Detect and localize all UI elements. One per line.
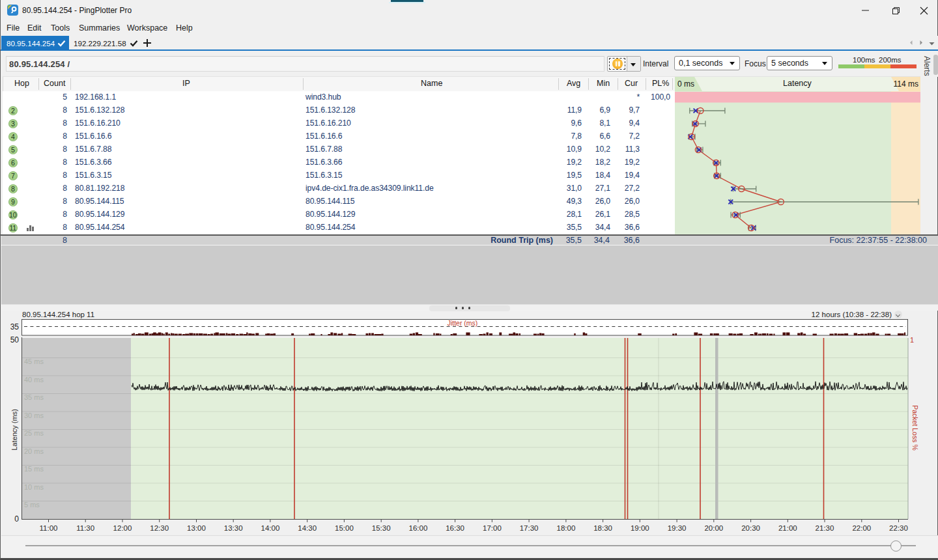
svg-text:18:30: 18:30: [593, 524, 612, 532]
svg-text:40 ms: 40 ms: [24, 376, 44, 384]
svg-text:19:30: 19:30: [668, 524, 687, 532]
svg-text:15:30: 15:30: [372, 524, 391, 532]
svg-text:45 ms: 45 ms: [24, 357, 44, 365]
svg-text:17:00: 17:00: [483, 524, 502, 532]
svg-text:15 ms: 15 ms: [24, 465, 44, 473]
svg-text:19:00: 19:00: [631, 524, 649, 532]
svg-text:17:30: 17:30: [520, 524, 539, 532]
svg-text:50: 50: [10, 335, 20, 344]
svg-text:12:30: 12:30: [150, 524, 169, 532]
svg-text:13:30: 13:30: [224, 524, 243, 532]
svg-text:18:00: 18:00: [557, 524, 576, 532]
svg-text:14:00: 14:00: [261, 524, 280, 532]
svg-text:Latency (ms): Latency (ms): [10, 409, 18, 451]
svg-text:0: 0: [14, 514, 19, 524]
svg-text:30 ms: 30 ms: [24, 412, 44, 419]
svg-text:14:30: 14:30: [298, 524, 317, 532]
svg-text:10 ms: 10 ms: [24, 483, 44, 491]
svg-text:20 ms: 20 ms: [24, 447, 44, 455]
svg-text:1: 1: [910, 336, 914, 344]
svg-text:5 ms: 5 ms: [24, 501, 40, 509]
svg-text:21:30: 21:30: [816, 524, 834, 532]
svg-text:20:30: 20:30: [741, 524, 760, 532]
svg-text:12:00: 12:00: [113, 524, 132, 532]
svg-text:15:00: 15:00: [335, 524, 354, 532]
svg-text:21:00: 21:00: [778, 524, 797, 532]
svg-text:22:30: 22:30: [889, 524, 908, 532]
svg-text:35: 35: [10, 322, 20, 331]
svg-text:35 ms: 35 ms: [24, 393, 44, 401]
svg-text:Jitter (ms): Jitter (ms): [448, 319, 478, 327]
svg-text:16:30: 16:30: [446, 524, 464, 532]
svg-text:22:00: 22:00: [852, 524, 871, 532]
svg-text:11:00: 11:00: [40, 524, 58, 532]
svg-text:16:00: 16:00: [409, 524, 428, 532]
svg-text:25 ms: 25 ms: [24, 429, 44, 437]
svg-text:20:00: 20:00: [704, 524, 723, 532]
svg-text:Packet Loss %: Packet Loss %: [911, 405, 919, 450]
svg-text:13:00: 13:00: [187, 524, 206, 532]
svg-text:11:30: 11:30: [76, 524, 94, 532]
